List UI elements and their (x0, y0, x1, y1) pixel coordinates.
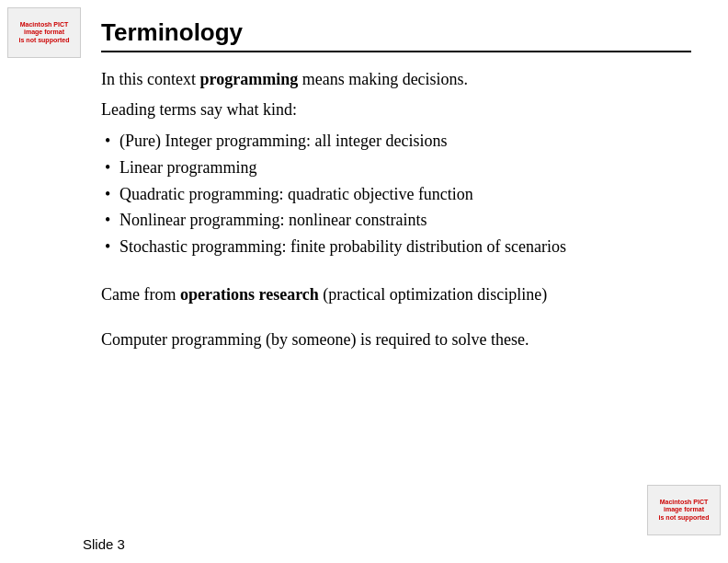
intro-paragraph: In this context programming means making… (101, 67, 691, 92)
computer-paragraph: Computer programming (by someone) is req… (101, 327, 691, 352)
leading-paragraph: Leading terms say what kind: (101, 98, 691, 122)
list-item: Linear programming (101, 155, 691, 181)
spacer-2 (101, 313, 691, 327)
spacer-1 (101, 268, 691, 282)
top-left-pict-image: Macintosh PICTimage formatis not support… (7, 7, 81, 58)
slide-title: Terminology (101, 18, 691, 47)
list-item: Quadratic programming: quadratic objecti… (101, 181, 691, 208)
content-area: Terminology In this context programming … (83, 0, 710, 563)
bullet-list: (Pure) Integer programming: all integer … (101, 128, 691, 260)
operations-paragraph: Came from operations research (practical… (101, 282, 691, 307)
title-section: Terminology (101, 18, 691, 52)
list-item: (Pure) Integer programming: all integer … (101, 128, 691, 155)
slide-number: Slide 3 (83, 536, 125, 552)
list-item: Stochastic programming: finite probabili… (101, 234, 691, 260)
list-item: Nonlinear programming: nonlinear constra… (101, 207, 691, 234)
slide-container: Macintosh PICTimage formatis not support… (0, 0, 728, 563)
title-divider (101, 51, 691, 52)
